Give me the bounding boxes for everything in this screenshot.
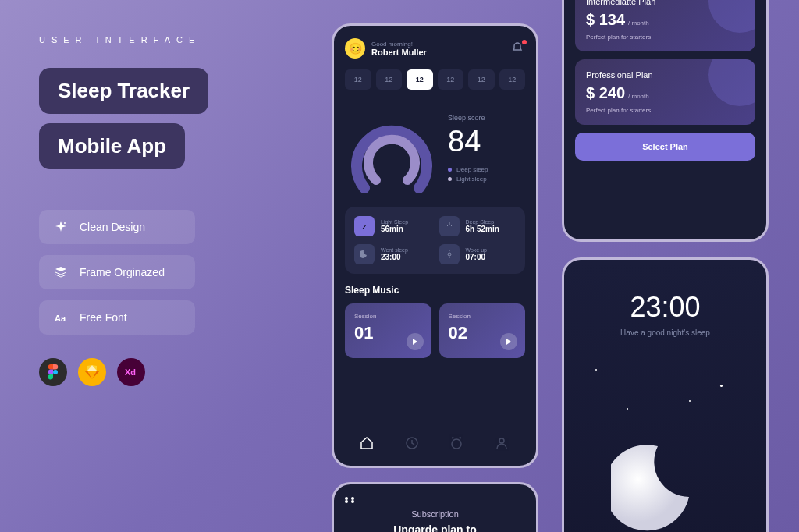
day-chip[interactable]: 12 [438,69,464,90]
day-chip[interactable]: 12 [499,69,526,90]
night-time: 23:00 [575,291,755,324]
sketch-icon [78,358,106,386]
feature-frame-organized: Frame Orginazed [39,255,195,289]
svg-point-0 [64,222,66,224]
session-label: Session [449,313,517,320]
stat-value: 23:00 [381,253,408,261]
subscription-title: Subscription [345,509,525,519]
notification-bell-icon[interactable] [511,41,525,55]
plan-period: / month [628,20,649,27]
star-icon [627,408,628,410]
plan-description: Perfect plan for starters [586,34,744,41]
svg-point-2 [53,370,58,374]
play-icon[interactable] [407,333,424,350]
sleep-music-title: Sleep Music [345,285,525,296]
eyebrow-label: USER INTERFACE [39,35,304,44]
feature-clean-design: Clean Design [39,210,195,244]
day-chip[interactable]: 12 [376,69,403,90]
star-icon [595,369,597,371]
music-session-card[interactable]: Session 02 [439,303,526,358]
svg-point-6 [452,439,461,449]
title-pill-1: Sleep Tracker [39,68,208,114]
sleep-score-arc [345,102,439,196]
svg-point-7 [499,438,504,443]
session-label: Session [354,313,422,320]
layers-icon [53,264,69,280]
phone-subscription-screen: Subscription Upgarde plan to [332,482,538,532]
legend-light-sleep: Light sleep [448,176,525,183]
plan-card-professional[interactable]: Professional Plan $ 240 / month Perfect … [575,59,755,125]
stat-value: 07:00 [466,253,488,261]
chart-icon[interactable] [405,436,421,452]
phone-night-screen: 23:00 Have a good night's sleep [562,257,769,532]
day-chip[interactable]: 12 [468,69,495,90]
sun-icon [439,244,460,264]
star-icon [720,385,723,387]
xd-icon: Xd [117,358,145,386]
moon-icon [354,244,375,264]
figma-icon [39,358,67,386]
home-icon[interactable] [360,436,375,452]
alarm-icon[interactable] [449,436,465,452]
plan-description: Perfect plan for starters [586,107,744,114]
stat-label: Went sleep [381,247,408,253]
sparkle-icon [53,219,69,235]
svg-point-4 [448,253,451,256]
plan-price: $ 240 [586,84,625,102]
phone-plans-screen: Recommended Intermediatte Plan $ 134 / m… [562,0,769,242]
day-chip[interactable]: 12 [345,69,371,90]
music-session-card[interactable]: Session 01 [345,303,431,358]
subscription-heading: Upgarde plan to [345,523,525,532]
score-value: 84 [448,125,525,158]
plan-name: Professional Plan [586,70,744,80]
plan-price: $ 134 [586,11,625,29]
day-selector: 12 12 12 12 12 12 [345,69,525,90]
stat-value: 56min [381,225,408,233]
stat-label: Woke up [466,247,488,253]
plan-name: Intermediatte Plan [586,0,744,6]
stat-label: Light Sleep [381,219,408,225]
day-chip-active[interactable]: 12 [407,69,433,90]
moon-icon [611,434,720,532]
svg-text:Aa: Aa [55,314,66,323]
sleep-stats-card: z Light Sleep 56min Deep Sleep 6h 52min [345,207,525,274]
feature-label: Clean Design [80,221,145,233]
font-icon: Aa [53,310,69,325]
sleep-zzz-icon: z [354,216,375,236]
avatar[interactable]: 😊 [345,38,365,59]
plan-period: / month [628,93,649,100]
profile-icon[interactable] [495,436,510,452]
greeting-label: Good morning! [371,41,427,48]
night-message: Have a good night's sleep [575,328,755,337]
play-icon[interactable] [500,333,517,350]
legend-deep-sleep: Deep sleep [448,166,525,173]
select-plan-button[interactable]: Select Plan [575,133,755,161]
plan-card-intermediate[interactable]: Intermediatte Plan $ 134 / month Perfect… [575,0,755,51]
bottom-nav [345,430,525,458]
title-pill-2: Mobile App [39,123,185,169]
notification-dot [522,40,527,44]
feature-label: Free Font [80,311,127,324]
user-name: Robert Muller [371,48,427,57]
star-icon [689,400,691,402]
svg-text:Xd: Xd [125,367,136,377]
score-label: Sleep score [448,114,525,122]
feature-label: Frame Orginazed [80,266,165,278]
deep-sleep-icon [439,216,460,236]
stat-label: Deep Sleep [466,219,499,225]
stat-value: 6h 52min [466,225,499,233]
phone-main-screen: 😊 Good morning! Robert Muller 12 12 12 1… [332,23,538,468]
feature-free-font: Aa Free Font [39,300,195,335]
